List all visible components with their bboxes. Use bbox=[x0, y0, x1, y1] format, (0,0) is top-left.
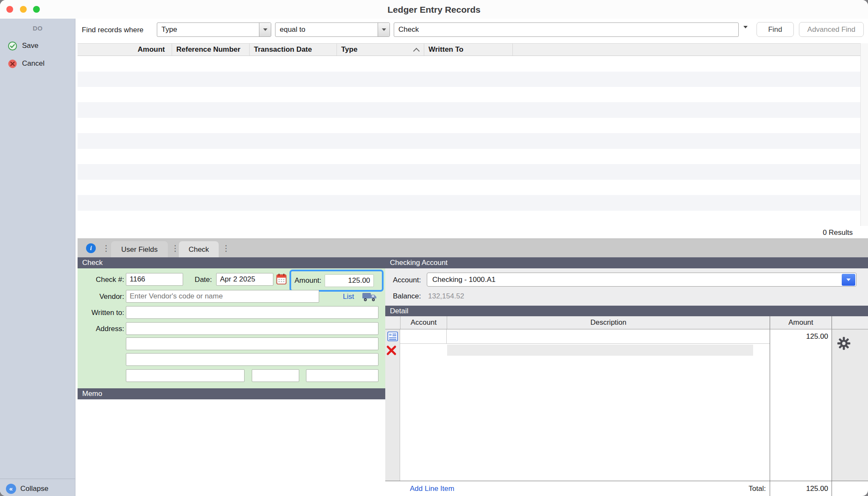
detail-column-account[interactable]: Account bbox=[400, 316, 447, 329]
truck-icon[interactable] bbox=[362, 291, 377, 304]
search-options-chevron-icon[interactable] bbox=[743, 28, 748, 36]
results-count: 0 Results bbox=[823, 228, 853, 237]
tab-drag-handle-icon[interactable]: ⋮ bbox=[171, 243, 179, 253]
amount-input[interactable] bbox=[325, 274, 374, 287]
chevron-down-icon bbox=[378, 23, 389, 36]
tab-check[interactable]: Check bbox=[179, 241, 219, 258]
sidebar-item-cancel[interactable]: Cancel bbox=[0, 58, 75, 70]
column-header-amount[interactable]: Amount bbox=[78, 44, 172, 56]
tab-drag-handle-icon[interactable]: ⋮ bbox=[102, 243, 110, 253]
memo-panel-header: Memo bbox=[78, 388, 385, 399]
sidebar-item-save[interactable]: Save bbox=[0, 40, 75, 53]
account-label: Account: bbox=[393, 276, 421, 284]
vendor-label: Vendor: bbox=[78, 293, 124, 301]
vendor-list-link[interactable]: List bbox=[343, 293, 354, 301]
sort-ascending-icon bbox=[413, 48, 420, 55]
window-title: Ledger Entry Records bbox=[0, 5, 868, 15]
find-operator-dropdown-value: equal to bbox=[275, 25, 378, 34]
detail-cell-amount[interactable]: 125.00 bbox=[770, 332, 828, 341]
detail-row-edit-highlight[interactable] bbox=[447, 345, 753, 356]
tab-user-fields[interactable]: User Fields bbox=[111, 241, 168, 258]
check-panel-header: Check bbox=[78, 257, 385, 268]
detail-cell-account[interactable] bbox=[400, 329, 447, 344]
account-dropdown-value: Checking - 1000.A1 bbox=[432, 276, 495, 284]
detail-cell-description[interactable] bbox=[447, 329, 770, 344]
date-label: Date: bbox=[165, 276, 212, 284]
amount-field-group: Amount: bbox=[289, 270, 384, 292]
column-header-transaction-date[interactable]: Transaction Date bbox=[249, 44, 337, 56]
results-table-body[interactable] bbox=[78, 56, 860, 226]
find-field-dropdown-value: Type bbox=[157, 25, 259, 34]
address-line2-input[interactable] bbox=[126, 337, 378, 350]
collapse-chevrons-icon: « bbox=[6, 484, 16, 494]
gear-icon[interactable] bbox=[837, 337, 851, 352]
advanced-find-button[interactable]: Advanced Find bbox=[799, 22, 864, 37]
detail-column-description[interactable]: Description bbox=[447, 316, 770, 329]
detail-panel-header: Detail bbox=[385, 306, 868, 316]
detail-column-divider bbox=[770, 329, 770, 496]
date-input[interactable] bbox=[216, 273, 273, 286]
balance-label: Balance: bbox=[393, 292, 421, 301]
amount-label: Amount: bbox=[291, 276, 321, 285]
find-operator-dropdown[interactable]: equal to bbox=[275, 22, 390, 37]
tab-drag-handle-icon[interactable]: ⋮ bbox=[222, 243, 230, 253]
detail-column-divider bbox=[832, 329, 832, 496]
collapse-label: Collapse bbox=[20, 485, 48, 493]
check-circle-icon bbox=[8, 41, 17, 53]
tab-bar: i ⋮ User Fields ⋮ Check ⋮ bbox=[78, 239, 868, 257]
sidebar-divider bbox=[0, 479, 75, 479]
info-icon[interactable]: i bbox=[86, 243, 96, 253]
account-dropdown[interactable]: Checking - 1000.A1 bbox=[427, 273, 857, 287]
column-header-empty bbox=[512, 44, 860, 56]
balance-value: 132,154.52 bbox=[428, 292, 464, 301]
detail-row[interactable] bbox=[400, 329, 770, 344]
column-header-written-to[interactable]: Written To bbox=[424, 44, 512, 56]
sidebar-item-label: Cancel bbox=[22, 59, 45, 68]
address-label: Address: bbox=[78, 325, 124, 333]
address-line1-input[interactable] bbox=[126, 322, 378, 335]
calendar-icon[interactable] bbox=[276, 273, 287, 287]
find-field-dropdown[interactable]: Type bbox=[157, 22, 271, 37]
detail-column-amount[interactable]: Amount bbox=[770, 316, 832, 329]
account-panel-header: Checking Account bbox=[385, 257, 868, 268]
chevron-down-icon bbox=[842, 274, 855, 286]
find-value-input[interactable] bbox=[394, 22, 739, 37]
results-table-header: Amount Reference Number Transaction Date… bbox=[78, 43, 860, 56]
address-zip-input[interactable] bbox=[306, 369, 378, 382]
detail-gear-header bbox=[832, 316, 868, 329]
detail-gear-column bbox=[832, 329, 868, 481]
results-scrollbar[interactable] bbox=[860, 43, 868, 226]
detail-table-header: Account Description Amount bbox=[385, 316, 868, 329]
sidebar-section-label: DO bbox=[0, 25, 75, 32]
check-number-label: Check #: bbox=[78, 276, 124, 284]
column-header-type[interactable]: Type bbox=[337, 44, 424, 56]
sidebar: DO Save Cancel « Collapse bbox=[0, 19, 75, 496]
total-label: Total: bbox=[721, 485, 766, 493]
total-value: 125.00 bbox=[770, 485, 828, 493]
collapse-button[interactable]: « Collapse bbox=[0, 483, 75, 496]
title-bar: Ledger Entry Records bbox=[0, 0, 868, 19]
written-to-label: Written to: bbox=[78, 309, 124, 317]
delete-line-icon[interactable] bbox=[386, 345, 397, 357]
written-to-input[interactable] bbox=[126, 306, 378, 319]
x-circle-icon bbox=[8, 59, 17, 70]
memo-field[interactable] bbox=[78, 399, 385, 496]
vendor-input[interactable] bbox=[126, 290, 319, 303]
find-prompt: Find records where bbox=[82, 26, 144, 34]
app-window: Ledger Entry Records DO Save Cancel « Co… bbox=[0, 0, 868, 496]
detail-total-divider bbox=[385, 481, 868, 481]
column-header-reference-number[interactable]: Reference Number bbox=[172, 44, 249, 56]
results-status-row: 0 Results bbox=[78, 226, 868, 239]
address-line3-input[interactable] bbox=[126, 353, 378, 366]
address-state-input[interactable] bbox=[252, 369, 299, 382]
add-line-item-link[interactable]: Add Line Item bbox=[410, 485, 454, 493]
line-item-form-icon[interactable] bbox=[387, 332, 398, 343]
find-button[interactable]: Find bbox=[757, 22, 794, 37]
sidebar-item-label: Save bbox=[22, 42, 39, 50]
chevron-down-icon bbox=[259, 23, 271, 36]
address-city-input[interactable] bbox=[126, 369, 245, 382]
detail-gutter-header bbox=[385, 316, 400, 329]
